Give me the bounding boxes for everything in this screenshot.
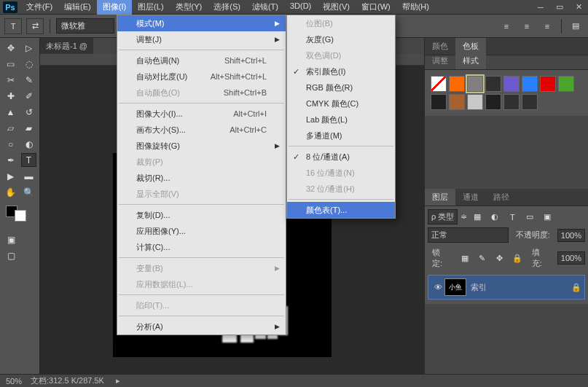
shape-tool[interactable]: ▬ — [21, 169, 36, 183]
style-swatch[interactable] — [503, 76, 520, 92]
filter-adjust-icon[interactable]: ◐ — [487, 211, 502, 224]
menu-5[interactable]: 选择(S) — [208, 0, 246, 15]
menu-item[interactable]: 颜色表(T)... — [287, 202, 395, 218]
menu-item[interactable]: 自动对比度(U)Alt+Shift+Ctrl+L — [117, 69, 286, 85]
style-swatch[interactable] — [449, 94, 465, 110]
menu-9[interactable]: 窗口(W) — [356, 0, 396, 15]
style-swatch[interactable] — [431, 76, 447, 92]
fill-value[interactable]: 100% — [557, 251, 585, 265]
crop-tool[interactable]: ✂ — [3, 73, 18, 87]
menu-item[interactable]: 模式(M)▶ — [117, 15, 286, 31]
toggle-orientation-button[interactable]: ⇄ — [26, 18, 44, 34]
tab-channels[interactable]: 通道 — [455, 189, 486, 206]
quickmask-icon[interactable]: ▣ — [3, 232, 19, 246]
menu-item[interactable]: 裁切(R)... — [117, 170, 286, 186]
eraser-tool[interactable]: ▱ — [3, 121, 18, 135]
menu-10[interactable]: 帮助(H) — [396, 0, 435, 15]
stamp-tool[interactable]: ▲ — [3, 105, 18, 119]
minimize-button[interactable]: ─ — [531, 1, 550, 14]
align-left-icon[interactable]: ≡ — [498, 19, 514, 34]
path-select-tool[interactable]: ▶ — [3, 169, 18, 183]
style-swatch[interactable] — [540, 76, 556, 92]
menu-item[interactable]: Lab 颜色(L) — [287, 112, 395, 128]
hand-tool[interactable]: ✋ — [3, 185, 18, 199]
menu-item[interactable]: 图像旋转(G)▶ — [117, 138, 286, 154]
font-family-select[interactable]: 微软雅 — [56, 18, 114, 34]
lock-pixels-icon[interactable]: ✎ — [475, 251, 490, 265]
layer-visibility-icon[interactable]: 👁 — [431, 283, 444, 292]
history-brush-tool[interactable]: ↺ — [21, 105, 36, 119]
blend-mode-select[interactable]: 正常 — [428, 227, 509, 243]
menu-item[interactable]: 应用图像(Y)... — [117, 223, 286, 239]
style-swatch[interactable] — [431, 94, 447, 110]
subtab-styles[interactable]: 样式 — [455, 52, 486, 69]
menu-item[interactable]: ✓8 位/通道(A) — [287, 149, 395, 165]
screenmode-icon[interactable]: ▢ — [3, 249, 19, 262]
status-arrow-icon[interactable]: ▸ — [116, 376, 120, 386]
filter-smart-icon[interactable]: ▣ — [540, 211, 554, 224]
menu-item[interactable]: 画布大小(S)...Alt+Ctrl+C — [117, 122, 286, 138]
layer-filter-kind[interactable]: ρ 类型 — [428, 209, 458, 224]
menu-1[interactable]: 编辑(E) — [58, 0, 97, 15]
menu-7[interactable]: 3D(D) — [284, 0, 317, 15]
tab-paths[interactable]: 路径 — [486, 189, 517, 206]
menu-item[interactable]: 自动色调(N)Shift+Ctrl+L — [117, 52, 286, 69]
menu-item[interactable]: 图像大小(I)...Alt+Ctrl+I — [117, 106, 286, 122]
menu-6[interactable]: 滤镜(T) — [246, 0, 284, 15]
brush-tool[interactable]: ✐ — [21, 89, 36, 103]
move-tool[interactable]: ✥ — [3, 41, 18, 55]
menu-0[interactable]: 文件(F) — [20, 0, 58, 15]
menu-item[interactable]: 调整(J)▶ — [117, 31, 286, 47]
document-tab[interactable]: 未标题-1 @ — [40, 38, 93, 55]
color-swatches[interactable] — [6, 206, 34, 222]
style-swatch[interactable] — [449, 76, 465, 92]
text-tool-indicator[interactable]: T — [4, 18, 22, 34]
menu-item[interactable]: 复制(D)... — [117, 207, 286, 223]
style-swatch[interactable] — [522, 94, 538, 110]
blur-tool[interactable]: ○ — [3, 137, 18, 151]
menu-item[interactable]: 计算(C)... — [117, 239, 286, 255]
filter-type-icon[interactable]: T — [505, 211, 520, 224]
lock-position-icon[interactable]: ✥ — [493, 251, 507, 265]
tab-layers[interactable]: 图层 — [425, 189, 455, 206]
menu-item[interactable]: 多通道(M) — [287, 128, 395, 144]
opacity-value[interactable]: 100% — [557, 229, 585, 242]
filter-pixel-icon[interactable]: ▦ — [470, 211, 485, 224]
align-right-icon[interactable]: ≡ — [539, 19, 555, 34]
menu-4[interactable]: 类型(Y) — [170, 0, 208, 15]
lasso-tool[interactable]: ◌ — [21, 57, 36, 71]
menu-8[interactable]: 视图(V) — [317, 0, 356, 15]
pen-tool[interactable]: ✒ — [3, 153, 18, 167]
close-button[interactable]: ✕ — [569, 1, 588, 14]
menu-item[interactable]: 分析(A)▶ — [117, 318, 286, 335]
style-swatch[interactable] — [522, 76, 538, 92]
panel-toggle-icon[interactable]: ▤ — [568, 19, 584, 34]
layer-thumbnail[interactable]: 小鱼 — [444, 278, 466, 296]
style-swatch[interactable] — [558, 76, 574, 92]
background-swatch[interactable] — [15, 210, 26, 222]
lock-all-icon[interactable]: 🔒 — [510, 251, 525, 265]
arrow-tool[interactable]: ▷ — [21, 41, 36, 55]
subtab-adjustments[interactable]: 调整 — [425, 52, 455, 69]
style-swatch[interactable] — [467, 94, 483, 110]
marquee-tool[interactable]: ▭ — [3, 57, 18, 71]
zoom-tool[interactable]: 🔍 — [21, 185, 36, 199]
menu-item[interactable]: ✓索引颜色(I) — [287, 63, 395, 79]
lock-transparent-icon[interactable]: ▦ — [458, 251, 472, 265]
style-swatch[interactable] — [485, 76, 501, 92]
menu-item[interactable]: 灰度(G) — [287, 31, 395, 47]
maximize-button[interactable]: ▭ — [550, 1, 569, 14]
eyedropper-tool[interactable]: ✎ — [21, 73, 36, 87]
style-swatch[interactable] — [503, 94, 520, 110]
filter-shape-icon[interactable]: ▭ — [522, 211, 537, 224]
dodge-tool[interactable]: ◐ — [21, 137, 36, 151]
layer-row[interactable]: 👁 小鱼 索引 🔒 — [428, 275, 585, 300]
healing-tool[interactable]: ✚ — [3, 89, 18, 103]
align-center-icon[interactable]: ≡ — [519, 19, 535, 34]
menu-item[interactable]: RGB 颜色(R) — [287, 79, 395, 95]
style-swatch[interactable] — [467, 76, 483, 92]
menu-2[interactable]: 图像(I) — [97, 0, 132, 15]
gradient-tool[interactable]: ▰ — [21, 121, 36, 135]
type-tool[interactable]: T — [21, 153, 36, 167]
zoom-level[interactable]: 50% — [6, 377, 22, 386]
